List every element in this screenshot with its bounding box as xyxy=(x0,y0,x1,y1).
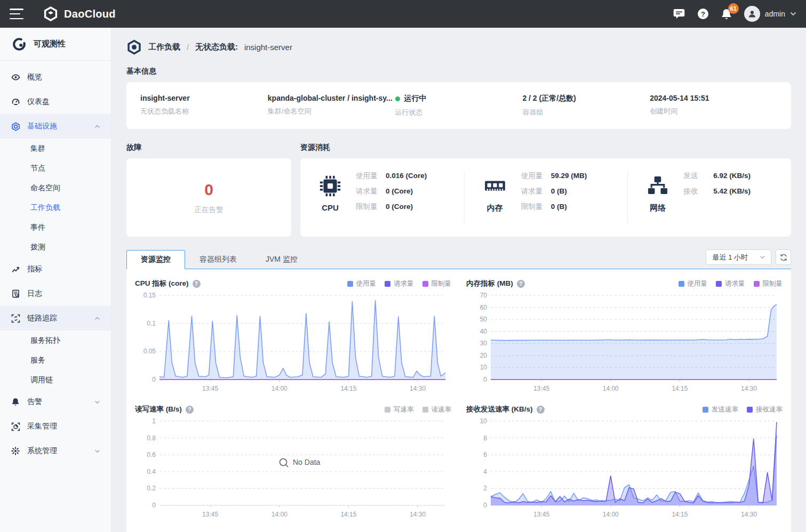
sidebar-item-logs[interactable]: 日志 xyxy=(0,281,111,306)
network-consumption-group: 网络 发送6.92 (KB/s) 接收5.42 (KB/s) xyxy=(627,170,791,225)
logs-icon xyxy=(11,289,20,298)
svg-text:0.6: 0.6 xyxy=(147,451,156,458)
chevron-down-icon xyxy=(760,255,765,259)
legend-item[interactable]: 发送速率 xyxy=(703,405,738,414)
sidebar-toggle-button[interactable] xyxy=(10,9,23,19)
svg-text:14:15: 14:15 xyxy=(340,385,356,392)
svg-text:40: 40 xyxy=(480,328,488,335)
brand[interactable]: DaoCloud xyxy=(43,6,116,22)
legend-item[interactable]: 限制量 xyxy=(754,279,783,288)
sidebar-subitem-service-topology[interactable]: 服务拓扑 xyxy=(0,331,111,350)
svg-text:0: 0 xyxy=(152,502,156,509)
help-icon[interactable]: ? xyxy=(517,280,525,288)
network-rate-chart-title: 接收发送速率 (KB/s) xyxy=(466,405,533,414)
notification-badge: 61 xyxy=(728,3,739,14)
alerting-count: 0 xyxy=(204,181,213,199)
svg-text:14:30: 14:30 xyxy=(410,511,426,518)
sidebar-item-dashboard[interactable]: 仪表盘 xyxy=(0,90,111,114)
sidebar-subitem-nodes[interactable]: 节点 xyxy=(0,158,111,178)
time-range-select[interactable]: 最近 1 小时 xyxy=(706,249,771,265)
svg-text:0: 0 xyxy=(483,376,487,383)
tab-resource-monitoring[interactable]: 资源监控 xyxy=(126,250,185,269)
svg-text:14:15: 14:15 xyxy=(672,511,688,518)
sidebar-item-metrics[interactable]: 指标 xyxy=(0,257,111,281)
chevron-down-icon xyxy=(94,449,100,453)
svg-text:0.15: 0.15 xyxy=(143,292,156,299)
workload-icon xyxy=(126,39,142,55)
refresh-icon xyxy=(779,253,788,262)
svg-text:6: 6 xyxy=(483,451,487,458)
user-menu[interactable]: admin xyxy=(744,6,796,22)
network-label: 网络 xyxy=(650,203,666,213)
memory-consumption-group: 内存 使用量59.29 (MB) 请求量0 (B) 限制量0 (B) xyxy=(464,170,628,225)
svg-text:20: 20 xyxy=(480,352,488,359)
brand-name: DaoCloud xyxy=(64,8,116,20)
help-icon: ? xyxy=(697,8,709,20)
info-field-status: 运行中 运行状态 xyxy=(395,94,523,117)
sidebar-item-overview[interactable]: 概览 xyxy=(0,65,111,90)
sidebar-subitem-clusters[interactable]: 集群 xyxy=(0,139,111,158)
info-field-created: 2024-05-14 15:51 创建时间 xyxy=(650,94,777,117)
disk-io-chart-block: 读写速率 (B/s) ? 写速率读速率 00.20.40.60.8113:451… xyxy=(135,405,451,522)
legend-item[interactable]: 使用量 xyxy=(347,279,377,288)
disk-io-chart-legend: 写速率读速率 xyxy=(385,405,451,414)
network-rate-chart-block: 接收发送速率 (KB/s) ? 发送速率接收速率 024681013:4514:… xyxy=(466,405,783,522)
breadcrumb-workloads-link[interactable]: 工作负载 xyxy=(148,42,180,52)
alerting-label: 正在告警 xyxy=(195,205,224,215)
svg-text:4: 4 xyxy=(483,468,487,475)
svg-text:14:30: 14:30 xyxy=(410,385,426,392)
cpu-chip-icon xyxy=(318,174,342,198)
legend-item[interactable]: 使用量 xyxy=(679,279,708,288)
module-header[interactable]: 可观测性 xyxy=(0,28,111,61)
svg-text:0.2: 0.2 xyxy=(147,485,156,492)
legend-item[interactable]: 请求量 xyxy=(716,279,745,288)
svg-text:0: 0 xyxy=(483,502,487,509)
svg-text:0.4: 0.4 xyxy=(147,468,156,475)
notifications-button[interactable]: 61 xyxy=(721,8,732,20)
chevron-up-icon xyxy=(94,317,100,320)
legend-item[interactable]: 读速率 xyxy=(422,405,452,414)
svg-text:0.05: 0.05 xyxy=(143,348,156,355)
daocloud-logo-icon xyxy=(43,6,59,22)
sidebar-subitem-namespaces[interactable]: 命名空间 xyxy=(0,178,111,198)
info-field-name: insight-server 无状态负载名称 xyxy=(140,94,268,117)
help-icon[interactable]: ? xyxy=(193,280,201,288)
fault-card: 0 正在告警 xyxy=(126,158,291,237)
memory-chart-block: 内存指标 (MB) ? 使用量请求量限制量 01020304050607013:… xyxy=(466,279,783,396)
basic-info-title: 基本信息 xyxy=(126,67,791,76)
legend-item[interactable]: 写速率 xyxy=(385,405,414,414)
sidebar-subitem-services[interactable]: 服务 xyxy=(0,350,111,370)
cpu-chart-title: CPU 指标 (core) xyxy=(135,279,189,288)
sidebar-subitem-probes[interactable]: 拨测 xyxy=(0,237,111,257)
sidebar-subitem-events[interactable]: 事件 xyxy=(0,217,111,237)
help-button[interactable]: ? xyxy=(697,8,709,20)
legend-item[interactable]: 接收速率 xyxy=(747,405,783,414)
sidebar-item-tracing[interactable]: 链路追踪 xyxy=(0,306,111,331)
svg-text:2: 2 xyxy=(483,485,487,492)
messages-button[interactable] xyxy=(673,8,685,20)
memory-chart-legend: 使用量请求量限制量 xyxy=(679,279,783,288)
chevron-down-icon xyxy=(790,12,796,16)
metrics-icon xyxy=(11,265,20,273)
refresh-button[interactable] xyxy=(776,249,791,265)
tab-pod-list[interactable]: 容器组列表 xyxy=(185,249,251,269)
svg-text:8: 8 xyxy=(483,434,487,442)
memory-usage-chart: 01020304050607013:4514:0014:1514:30 xyxy=(466,292,783,394)
sidebar-subitem-workloads[interactable]: 工作负载 xyxy=(0,198,111,217)
svg-text:?: ? xyxy=(701,10,705,18)
tab-jvm-monitoring[interactable]: JVM 监控 xyxy=(251,249,312,269)
observability-icon xyxy=(12,37,27,52)
help-icon[interactable]: ? xyxy=(537,406,545,414)
sidebar-item-system[interactable]: 系统管理 xyxy=(0,439,111,463)
sidebar-subitem-traces[interactable]: 调用链 xyxy=(0,370,111,390)
sidebar-item-infrastructure[interactable]: 基础设施 xyxy=(0,114,111,139)
cpu-consumption-group: CPU 使用量0.016 (Core) 请求量0 (Core) 限制量0 (Co… xyxy=(300,170,464,225)
help-icon[interactable]: ? xyxy=(186,406,194,414)
sidebar-item-collection[interactable]: 采集管理 xyxy=(0,414,111,439)
svg-text:10: 10 xyxy=(480,417,488,425)
legend-item[interactable]: 请求量 xyxy=(385,279,414,288)
sidebar-item-alerts[interactable]: 告警 xyxy=(0,390,111,414)
svg-text:14:15: 14:15 xyxy=(672,385,688,392)
disk-io-chart: 00.20.40.60.8113:4514:0014:1514:30No Dat… xyxy=(135,417,451,520)
legend-item[interactable]: 限制量 xyxy=(422,279,452,288)
